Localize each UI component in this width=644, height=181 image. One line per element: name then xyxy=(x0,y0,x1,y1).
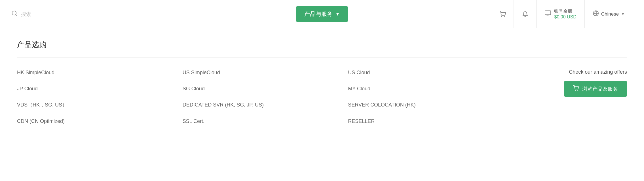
product-jp-cloud[interactable]: JP Cloud xyxy=(17,85,171,92)
section-divider xyxy=(17,58,627,58)
svg-point-9 xyxy=(575,90,576,91)
product-ssl-cert[interactable]: SSL Cert. xyxy=(183,118,337,125)
right-panel: Check our amazing offers 浏览产品及服务 xyxy=(514,69,627,125)
account-icon xyxy=(544,10,551,18)
offers-text: Check our amazing offers xyxy=(569,69,627,75)
svg-point-10 xyxy=(578,90,578,91)
cart-icon xyxy=(573,85,579,92)
products-col-2: US SimpleCloud SG Cloud DEDICATED SVR (H… xyxy=(183,69,348,125)
language-section[interactable]: Chinese ▼ xyxy=(584,0,633,28)
product-dedicated-svr[interactable]: DEDICATED SVR (HK, SG, JP, US) xyxy=(183,101,337,108)
product-server-colocation[interactable]: SERVER COLOCATION (HK) xyxy=(348,101,502,108)
header-right: 账号余额 $0.00 USD Chinese ▼ xyxy=(477,0,633,28)
header-search: 搜索 xyxy=(11,10,167,18)
products-btn-label: 产品与服务 xyxy=(304,10,333,18)
products-col-1: HK SimpleCloud JP Cloud VDS（HK，SG, US） C… xyxy=(17,69,183,125)
globe-icon xyxy=(593,10,599,18)
header: 搜索 产品与服务 ▼ xyxy=(0,0,644,28)
product-my-cloud[interactable]: MY Cloud xyxy=(348,85,502,92)
browse-btn-label: 浏览产品及服务 xyxy=(582,86,618,92)
product-us-cloud[interactable]: US Cloud xyxy=(348,69,502,76)
product-us-simplecloud[interactable]: US SimpleCloud xyxy=(183,69,337,76)
cart-icon-button[interactable] xyxy=(491,0,514,28)
main-content: 产品选购 HK SimpleCloud JP Cloud VDS（HK，SG, … xyxy=(0,28,644,142)
product-cdn[interactable]: CDN (CN Optimized) xyxy=(17,118,171,125)
language-label: Chinese xyxy=(601,11,619,17)
page-title: 产品选购 xyxy=(17,40,627,50)
account-section[interactable]: 账号余额 $0.00 USD xyxy=(536,0,584,28)
svg-rect-4 xyxy=(545,11,551,15)
search-placeholder-text: 搜索 xyxy=(21,11,31,18)
products-col-3: US Cloud MY Cloud SERVER COLOCATION (HK)… xyxy=(348,69,514,125)
products-services-button[interactable]: 产品与服务 ▼ xyxy=(296,6,349,22)
notification-icon-button[interactable] xyxy=(514,0,536,28)
account-balance-text: $0.00 USD xyxy=(554,14,576,20)
chevron-down-icon: ▼ xyxy=(335,12,340,17)
product-hk-simplecloud[interactable]: HK SimpleCloud xyxy=(17,69,171,76)
language-dropdown-arrow-icon: ▼ xyxy=(621,12,625,16)
header-center: 产品与服务 ▼ xyxy=(167,6,478,22)
svg-point-3 xyxy=(504,16,505,17)
product-sg-cloud[interactable]: SG Cloud xyxy=(183,85,337,92)
browse-products-button[interactable]: 浏览产品及服务 xyxy=(564,81,627,97)
search-icon[interactable] xyxy=(11,10,18,18)
svg-point-2 xyxy=(501,16,502,17)
product-reseller[interactable]: RESELLER xyxy=(348,118,502,125)
products-grid: HK SimpleCloud JP Cloud VDS（HK，SG, US） C… xyxy=(17,69,627,125)
account-info: 账号余额 $0.00 USD xyxy=(554,8,576,20)
svg-line-1 xyxy=(16,14,17,16)
product-vds[interactable]: VDS（HK，SG, US） xyxy=(17,101,171,108)
account-label-text: 账号余额 xyxy=(554,8,576,14)
